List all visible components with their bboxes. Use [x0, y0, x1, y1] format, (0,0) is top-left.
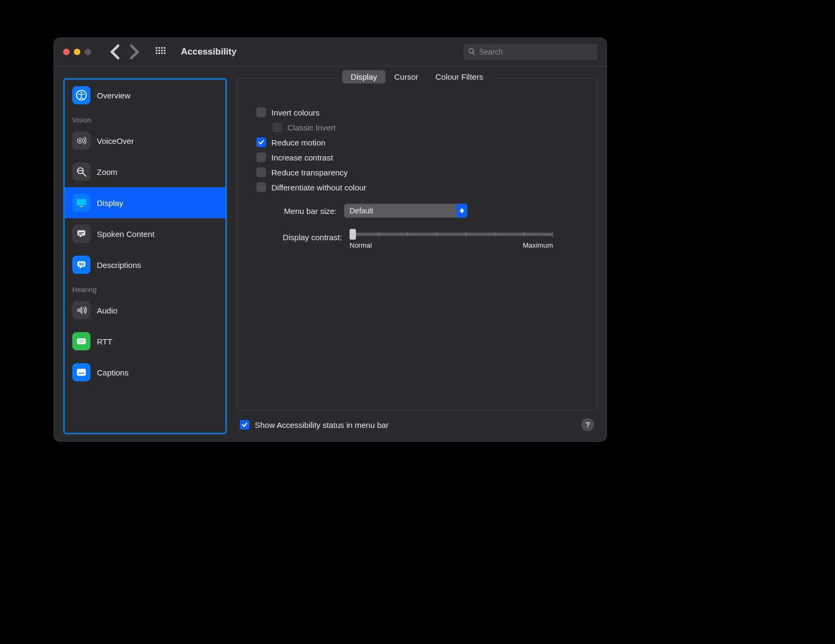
svg-rect-17 — [77, 199, 86, 205]
svg-rect-8 — [156, 52, 157, 54]
svg-point-30 — [80, 342, 81, 343]
classic-invert-checkbox — [272, 122, 282, 132]
menu-bar-size-label: Menu bar size: — [256, 206, 337, 216]
svg-rect-3 — [164, 47, 165, 49]
tab-cursor[interactable]: Cursor — [385, 70, 427, 83]
show-all-button[interactable] — [154, 45, 167, 58]
voiceover-icon — [72, 132, 90, 150]
slider-max-label: Maximum — [523, 241, 553, 249]
spoken-icon — [72, 225, 90, 243]
svg-rect-6 — [161, 50, 163, 51]
svg-rect-2 — [161, 47, 163, 49]
show-status-checkbox[interactable] — [240, 420, 249, 430]
captions-icon — [72, 363, 90, 381]
reduce-transparency-label: Reduce transparency — [271, 168, 348, 177]
sidebar-item-voiceover[interactable]: VoiceOver — [65, 125, 225, 156]
sidebar-item-label: RTT — [97, 337, 112, 346]
close-icon[interactable] — [63, 49, 70, 55]
accessibility-icon — [72, 86, 90, 104]
sidebar-item-label: Overview — [97, 91, 131, 100]
sidebar-item-overview[interactable]: Overview — [65, 80, 225, 111]
svg-rect-7 — [164, 50, 165, 51]
svg-rect-33 — [77, 369, 86, 376]
sidebar-item-label: Display — [97, 198, 123, 208]
svg-rect-5 — [158, 50, 160, 51]
sidebar-item-label: VoiceOver — [97, 136, 134, 145]
svg-text:99: 99 — [79, 262, 84, 267]
sidebar: OverviewVisionVoiceOverZoomDisplaySpoken… — [63, 78, 227, 434]
sidebar-item-display[interactable]: Display — [65, 187, 225, 218]
svg-point-31 — [81, 342, 82, 343]
window-title: Accessibility — [181, 47, 237, 57]
invert-colours-label: Invert colours — [271, 108, 320, 117]
diff-without-colour-checkbox[interactable] — [256, 182, 266, 192]
invert-colours-checkbox[interactable] — [256, 108, 266, 117]
svg-point-28 — [83, 340, 84, 341]
svg-rect-4 — [156, 50, 157, 51]
zoom-icon — [72, 163, 90, 181]
sidebar-item-rtt[interactable]: RTT — [65, 326, 225, 357]
svg-rect-9 — [158, 52, 160, 54]
sidebar-item-spoken[interactable]: Spoken Content — [65, 218, 225, 249]
sidebar-item-label: Descriptions — [97, 260, 141, 270]
sidebar-section-label: Vision — [65, 111, 225, 125]
svg-rect-20 — [79, 232, 84, 233]
svg-point-27 — [81, 340, 82, 341]
titlebar: Accessibility — [54, 37, 607, 66]
slider-min-label: Normal — [350, 241, 372, 249]
reduce-motion-checkbox[interactable] — [256, 137, 266, 147]
diff-without-colour-label: Differentiate without colour — [271, 183, 366, 192]
show-status-label: Show Accessibility status in menu bar — [255, 420, 389, 430]
back-button[interactable] — [108, 44, 123, 59]
display-icon — [72, 194, 90, 212]
forward-button — [126, 44, 141, 59]
svg-point-29 — [79, 342, 80, 343]
tab-group: DisplayCursorColour Filters — [339, 70, 495, 83]
audio-icon — [72, 301, 90, 319]
tab-colour-filters[interactable]: Colour Filters — [427, 70, 492, 83]
sidebar-item-captions[interactable]: Captions — [65, 357, 225, 388]
svg-rect-21 — [79, 234, 82, 234]
main-content: DisplayCursorColour Filters Invert colou… — [237, 78, 597, 434]
rtt-icon — [72, 332, 90, 350]
svg-point-25 — [79, 340, 80, 341]
svg-rect-24 — [77, 339, 86, 344]
display-contrast-slider[interactable] — [350, 233, 553, 236]
sidebar-item-audio[interactable]: Audio — [65, 295, 225, 326]
svg-rect-35 — [82, 373, 85, 374]
reduce-transparency-checkbox[interactable] — [256, 167, 266, 177]
menu-bar-size-select[interactable]: Default — [344, 204, 467, 218]
reduce-motion-label: Reduce motion — [271, 138, 325, 147]
display-contrast-label: Display contrast: — [256, 233, 342, 242]
increase-contrast-checkbox[interactable] — [256, 152, 266, 162]
svg-rect-1 — [158, 47, 160, 49]
menu-bar-size-value: Default — [350, 206, 373, 215]
slider-thumb[interactable] — [350, 229, 356, 240]
svg-rect-34 — [79, 373, 82, 374]
help-button[interactable]: ? — [581, 418, 594, 431]
sidebar-item-descriptions[interactable]: 99Descriptions — [65, 249, 225, 280]
search-icon — [468, 48, 476, 56]
svg-rect-10 — [161, 52, 163, 54]
increase-contrast-label: Increase contrast — [271, 153, 333, 162]
svg-rect-18 — [80, 206, 83, 207]
classic-invert-label: Classic Invert — [287, 123, 336, 132]
sidebar-item-label: Zoom — [97, 167, 117, 177]
nav-arrows — [108, 44, 141, 59]
zoom-window-icon — [85, 49, 91, 55]
svg-point-32 — [83, 342, 84, 343]
svg-point-13 — [80, 91, 82, 93]
svg-rect-0 — [156, 47, 157, 49]
sidebar-item-zoom[interactable]: Zoom — [65, 156, 225, 187]
window-controls — [63, 49, 91, 55]
descriptions-icon: 99 — [72, 256, 90, 274]
chevron-updown-icon — [457, 204, 467, 218]
sidebar-item-label: Audio — [97, 306, 117, 315]
search-field[interactable] — [464, 44, 597, 60]
svg-point-15 — [79, 140, 81, 142]
minimize-icon[interactable] — [74, 49, 80, 55]
search-input[interactable] — [479, 48, 593, 56]
sidebar-item-label: Spoken Content — [97, 229, 155, 239]
tab-display[interactable]: Display — [342, 70, 385, 83]
svg-rect-11 — [164, 52, 165, 54]
